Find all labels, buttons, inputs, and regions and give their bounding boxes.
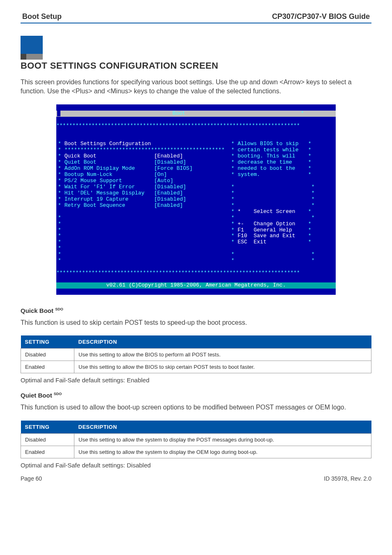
bios-legend-line: * F10 Save and Exit *	[231, 233, 334, 239]
bios-border-bot: ****************************************…	[56, 270, 336, 276]
cell-desc: Use this setting to allow the system to …	[74, 446, 371, 458]
bios-help-line: * decrease the time *	[231, 160, 334, 166]
bios-help-line: * needed to boot the *	[231, 166, 334, 172]
table-row: EnabledUse this setting to allow the BIO…	[21, 361, 371, 373]
bios-legend-line: * *	[231, 215, 334, 221]
bios-legend-line: * * Select Screen *	[231, 209, 334, 215]
bios-help-line: * booting. This will *	[231, 153, 334, 160]
bios-setting-row: * Bootup Num-Lock [On]	[58, 172, 228, 178]
quiet-boot-heading: Quiet Boot SDO	[21, 392, 371, 399]
bios-title: Boot	[173, 110, 185, 116]
bios-setting-row: * Wait For 'F1' If Error [Disabled]	[58, 184, 228, 190]
cell-setting: Enabled	[21, 446, 74, 458]
footer-right: ID 35978, Rev. 2.0	[324, 475, 371, 482]
table-row: DisabledUse this setting to allow the sy…	[21, 433, 371, 446]
bios-copyright: v02.61 (C)Copyright 1985-2006, American …	[56, 282, 336, 289]
footer-left: Page 60	[21, 475, 42, 482]
table-row: EnabledUse this setting to allow the sys…	[21, 446, 371, 458]
table-row: DisabledUse this setting to allow the BI…	[21, 349, 371, 361]
quiet-boot-table: SETTING DESCRIPTION DisabledUse this set…	[21, 421, 371, 458]
quiet-boot-intro: This function is used to allow the boot-…	[21, 403, 371, 412]
brand-logo	[21, 36, 53, 60]
quick-boot-heading: Quick Boot SDO	[21, 307, 371, 314]
th-desc: DESCRIPTION	[74, 421, 371, 434]
bios-setting-row: * Retry Boot Sequence [Enabled]	[58, 203, 228, 209]
header-left: Boot Setup	[22, 12, 62, 21]
cell-setting: Disabled	[21, 349, 74, 361]
bios-setting-row: * Quick Boot [Enabled]	[58, 153, 228, 160]
page-footer: Page 60 ID 35978, Rev. 2.0	[21, 475, 371, 482]
bios-screen: Boot * *********************************…	[56, 104, 336, 295]
bios-legend-line: * +- Change Option *	[231, 221, 334, 227]
bios-setting-row: * PS/2 Mouse Support [Auto]	[58, 178, 228, 184]
bios-legend-line: * F1 General Help *	[231, 227, 334, 234]
cell-desc: Use this setting to allow the BIOS to sk…	[74, 361, 371, 373]
bios-setting-row: * AddOn ROM Display Mode [Force BIOS]	[58, 166, 228, 172]
cell-setting: Disabled	[21, 433, 74, 446]
th-setting: SETTING	[21, 421, 74, 434]
bios-border-top: ****************************************…	[56, 123, 336, 129]
bios-legend-line: * ESC Exit *	[231, 239, 334, 245]
intro-text: This screen provides functions for speci…	[21, 78, 371, 96]
bios-help-line: * Allows BIOS to skip *	[231, 141, 334, 147]
bios-setting-row: * Hit 'DEL' Message Display [Enabled]	[58, 190, 228, 197]
bios-help-line: * system. *	[231, 172, 334, 178]
header-right: CP307/CP307-V BIOS Guide	[272, 12, 370, 21]
th-desc: DESCRIPTION	[74, 335, 371, 349]
bios-help-line: * certain tests while *	[231, 147, 334, 153]
bios-sub-border: ****************************************…	[65, 147, 225, 153]
page-header: Boot Setup CP307/CP307-V BIOS Guide	[21, 12, 371, 21]
cell-desc: Use this setting to allow the system to …	[74, 433, 371, 446]
section-title: BOOT SETTINGS CONFIGURATION SCREEN	[21, 60, 371, 71]
quick-boot-table: SETTING DESCRIPTION DisabledUse this set…	[21, 335, 371, 373]
cell-desc: Use this setting to allow the BIOS to pe…	[74, 349, 371, 361]
cell-setting: Enabled	[21, 361, 74, 373]
quick-boot-intro: This function is used to skip certain PO…	[21, 318, 371, 327]
th-setting: SETTING	[21, 335, 74, 349]
bios-setting-row: * Quiet Boot [Disabled]	[58, 160, 228, 166]
bios-heading: Boot Settings Configuration	[65, 141, 151, 147]
header-divider	[21, 23, 371, 23]
quiet-boot-default: Optimal and Fail-Safe default settings: …	[21, 462, 371, 469]
bios-setting-row: * Interrupt 19 Capture [Disabled]	[58, 197, 228, 203]
quick-boot-default: Optimal and Fail-Safe default settings: …	[21, 377, 371, 384]
bios-titlebar: Boot *	[56, 111, 336, 117]
